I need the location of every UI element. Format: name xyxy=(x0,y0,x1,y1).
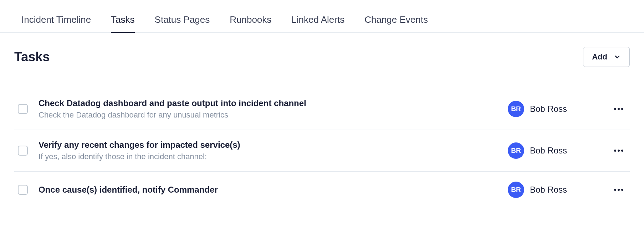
task-assignee[interactable]: BR Bob Ross xyxy=(508,182,600,198)
tasks-list: Check Datadog dashboard and paste output… xyxy=(0,67,644,208)
task-title: Check Datadog dashboard and paste output… xyxy=(39,98,497,108)
tab-runbooks[interactable]: Runbooks xyxy=(230,14,271,32)
task-checkbox[interactable] xyxy=(18,146,28,156)
more-menu-button[interactable] xyxy=(611,105,626,113)
assignee-name: Bob Ross xyxy=(530,104,567,114)
tabs-container: Incident Timeline Tasks Status Pages Run… xyxy=(0,0,644,33)
ellipsis-icon xyxy=(614,108,623,110)
task-row: Once cause(s) identified, notify Command… xyxy=(14,172,630,208)
task-row: Verify any recent changes for impacted s… xyxy=(14,130,630,172)
tab-status-pages[interactable]: Status Pages xyxy=(155,14,210,32)
more-menu-button[interactable] xyxy=(611,186,626,194)
task-assignee[interactable]: BR Bob Ross xyxy=(508,101,600,117)
assignee-name: Bob Ross xyxy=(530,185,567,195)
chevron-down-icon xyxy=(614,53,621,61)
task-checkbox[interactable] xyxy=(18,104,28,114)
avatar: BR xyxy=(508,182,524,198)
task-row: Check Datadog dashboard and paste output… xyxy=(14,88,630,130)
avatar: BR xyxy=(508,142,524,159)
task-checkbox[interactable] xyxy=(18,185,28,195)
task-description: If yes, also identify those in the incid… xyxy=(39,152,497,161)
tab-incident-timeline[interactable]: Incident Timeline xyxy=(21,14,91,32)
add-button-label: Add xyxy=(592,52,607,62)
task-content: Once cause(s) identified, notify Command… xyxy=(39,185,497,195)
assignee-name: Bob Ross xyxy=(530,146,567,156)
tab-tasks[interactable]: Tasks xyxy=(111,14,134,32)
avatar: BR xyxy=(508,101,524,117)
tab-linked-alerts[interactable]: Linked Alerts xyxy=(291,14,344,32)
task-title: Verify any recent changes for impacted s… xyxy=(39,140,497,150)
task-content: Verify any recent changes for impacted s… xyxy=(39,140,497,161)
task-assignee[interactable]: BR Bob Ross xyxy=(508,142,600,159)
tab-change-events[interactable]: Change Events xyxy=(364,14,428,32)
ellipsis-icon xyxy=(614,150,623,152)
ellipsis-icon xyxy=(614,189,623,191)
page-title: Tasks xyxy=(14,49,50,64)
task-title: Once cause(s) identified, notify Command… xyxy=(39,185,497,195)
add-button[interactable]: Add xyxy=(583,47,630,67)
section-header: Tasks Add xyxy=(0,33,644,67)
more-menu-button[interactable] xyxy=(611,147,626,155)
task-content: Check Datadog dashboard and paste output… xyxy=(39,98,497,120)
task-description: Check the Datadog dashboard for any unus… xyxy=(39,110,497,120)
